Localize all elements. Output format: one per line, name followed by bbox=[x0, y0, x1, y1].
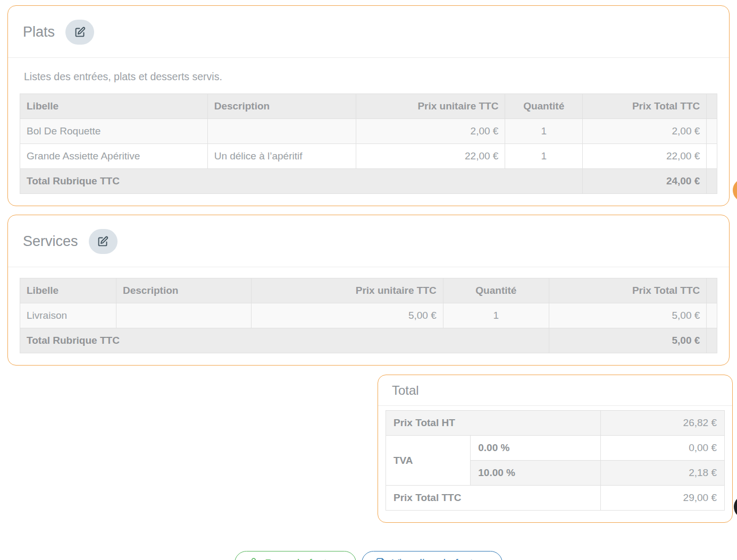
total-table: Prix Total HT 26,82 € TVA 0.00 % 0,00 € … bbox=[386, 410, 725, 511]
prix-total-ht-value: 26,82 € bbox=[601, 411, 725, 436]
prix-total-ht-label: Prix Total HT bbox=[386, 411, 601, 436]
cell-actions bbox=[707, 328, 717, 353]
cell-prix-unitaire: 22,00 € bbox=[356, 144, 505, 169]
col-prix-total: Prix Total TTC bbox=[549, 278, 707, 303]
edit-icon bbox=[74, 27, 86, 38]
cell-libelle: Livraison bbox=[20, 303, 116, 328]
services-title: Services bbox=[23, 233, 78, 250]
plats-table: Libelle Description Prix unitaire TTC Qu… bbox=[20, 94, 717, 194]
cell-libelle: Grande Assiette Apéritive bbox=[20, 144, 208, 169]
tva-rate: 10.00 % bbox=[471, 461, 601, 486]
total-rubrique-label: Total Rubrique TTC bbox=[20, 328, 549, 353]
total-body: Prix Total HT 26,82 € TVA 0.00 % 0,00 € … bbox=[378, 406, 732, 522]
cell-actions bbox=[707, 119, 717, 144]
cell-description bbox=[207, 119, 356, 144]
tva-rate: 0.00 % bbox=[471, 436, 601, 461]
total-rubrique-row: Total Rubrique TTC 24,00 € bbox=[20, 169, 717, 194]
cell-prix-total: 22,00 € bbox=[582, 144, 706, 169]
shopping-bag-icon bbox=[248, 557, 259, 560]
tva-value: 2,18 € bbox=[601, 461, 725, 486]
prix-total-ttc-row: Prix Total TTC 29,00 € bbox=[386, 486, 725, 511]
table-row: Bol De Roquette 2,00 € 1 2,00 € bbox=[20, 119, 717, 144]
plats-card: Plats Listes des entrées, plats et desse… bbox=[7, 5, 730, 206]
table-row: Grande Assiette Apéritive Un délice à l’… bbox=[20, 144, 717, 169]
cell-prix-unitaire: 2,00 € bbox=[356, 119, 505, 144]
total-header: Total bbox=[378, 375, 732, 406]
services-table: Libelle Description Prix unitaire TTC Qu… bbox=[20, 278, 717, 353]
cell-prix-unitaire: 5,00 € bbox=[252, 303, 443, 328]
total-title: Total bbox=[392, 383, 419, 398]
edit-plats-button[interactable] bbox=[65, 20, 94, 45]
cell-quantite: 1 bbox=[443, 303, 549, 328]
cell-actions bbox=[707, 144, 717, 169]
edit-services-button[interactable] bbox=[89, 229, 118, 254]
plats-title: Plats bbox=[23, 24, 55, 40]
col-prix-total: Prix Total TTC bbox=[582, 94, 706, 119]
services-header: Services bbox=[8, 215, 729, 267]
pdf-file-icon bbox=[375, 557, 387, 560]
col-actions bbox=[707, 94, 717, 119]
invoice-page: Plats Listes des entrées, plats et desse… bbox=[0, 0, 737, 560]
cell-prix-total: 2,00 € bbox=[582, 119, 706, 144]
total-card: Total Prix Total HT 26,82 € TVA 0.00 % 0… bbox=[378, 375, 733, 523]
services-body: Libelle Description Prix unitaire TTC Qu… bbox=[8, 267, 729, 365]
services-card: Services Libelle De bbox=[7, 215, 730, 366]
peek-orange-circle[interactable] bbox=[733, 179, 737, 202]
pay-invoice-button[interactable]: Payer la facture bbox=[234, 551, 356, 560]
pay-invoice-label: Payer la facture bbox=[265, 556, 343, 560]
prix-total-ttc-value: 29,00 € bbox=[601, 486, 725, 511]
cell-actions bbox=[707, 169, 717, 194]
col-description: Description bbox=[116, 278, 251, 303]
plats-header: Plats bbox=[8, 6, 729, 58]
cell-quantite: 1 bbox=[505, 144, 583, 169]
tva-value: 0,00 € bbox=[601, 436, 725, 461]
total-rubrique-label: Total Rubrique TTC bbox=[20, 169, 583, 194]
col-quantite: Quantité bbox=[505, 94, 583, 119]
col-libelle: Libelle bbox=[20, 94, 208, 119]
total-rubrique-row: Total Rubrique TTC 5,00 € bbox=[20, 328, 717, 353]
cell-quantite: 1 bbox=[505, 119, 583, 144]
tva-label: TVA bbox=[386, 436, 471, 486]
col-prix-unitaire: Prix unitaire TTC bbox=[252, 278, 443, 303]
table-row: Livraison 5,00 € 1 5,00 € bbox=[20, 303, 717, 328]
cell-actions bbox=[707, 303, 717, 328]
col-libelle: Libelle bbox=[20, 278, 116, 303]
view-invoice-button[interactable]: Visualiser la facture bbox=[362, 551, 502, 560]
cell-description bbox=[116, 303, 251, 328]
total-rubrique-value: 5,00 € bbox=[549, 328, 707, 353]
plats-body: Listes des entrées, plats et desserts se… bbox=[8, 58, 729, 206]
prix-total-ttc-label: Prix Total TTC bbox=[386, 486, 601, 511]
col-description: Description bbox=[207, 94, 356, 119]
col-actions bbox=[707, 278, 717, 303]
total-rubrique-value: 24,00 € bbox=[582, 169, 706, 194]
tva-row: TVA 0.00 % 0,00 € bbox=[386, 436, 725, 461]
invoice-actions: Payer la facture Visualiser la facture bbox=[0, 551, 737, 560]
table-header-row: Libelle Description Prix unitaire TTC Qu… bbox=[20, 94, 717, 119]
peek-black-circle[interactable] bbox=[734, 495, 737, 519]
edit-icon bbox=[97, 236, 108, 247]
cell-prix-total: 5,00 € bbox=[549, 303, 707, 328]
view-invoice-label: Visualiser la facture bbox=[392, 556, 489, 560]
col-prix-unitaire: Prix unitaire TTC bbox=[356, 94, 505, 119]
cell-libelle: Bol De Roquette bbox=[20, 119, 208, 144]
table-header-row: Libelle Description Prix unitaire TTC Qu… bbox=[20, 278, 717, 303]
cell-description: Un délice à l’apéritif bbox=[207, 144, 356, 169]
col-quantite: Quantité bbox=[443, 278, 549, 303]
plats-description: Listes des entrées, plats et desserts se… bbox=[24, 71, 713, 83]
prix-total-ht-row: Prix Total HT 26,82 € bbox=[386, 411, 725, 436]
